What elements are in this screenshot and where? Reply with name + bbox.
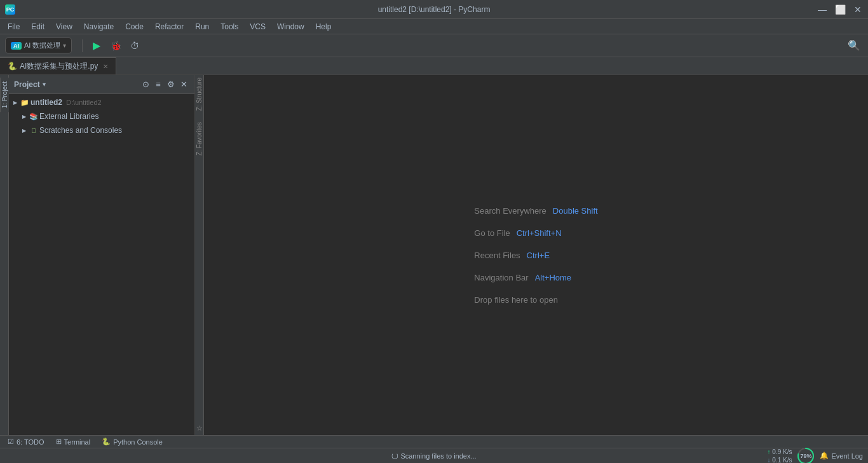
editor-layout: 1: Project Project ▾ ⊙ ≡ ⚙ ✕ (0, 75, 868, 435)
action-label-nav: Navigation Bar (474, 273, 528, 282)
network-down: ↓ 0.1 K/s (768, 456, 792, 464)
main-container: 🐍 AI数据采集与预处理.py ✕ 1: Project Project ▾ ⊙… (0, 57, 868, 463)
scanning-text: Scanning files to index... (400, 452, 476, 460)
ai-button-label: AI 数据处理 (24, 41, 60, 50)
search-everywhere-button[interactable]: 🔍 (845, 37, 863, 55)
tree-label-untitled2: untitled2 (31, 98, 62, 107)
action-search-everywhere: Search Everywhere Double Shift (474, 206, 597, 216)
maximize-button[interactable]: ⬜ (835, 4, 845, 15)
tree-item-untitled2[interactable]: ▶ 📁 untitled2 D:\untitled2 (9, 95, 194, 109)
menu-navigate[interactable]: Navigate (79, 21, 119, 32)
bottom-tab-bar: ☑ 6: TODO ⊞ Terminal 🐍 Python Console (0, 435, 868, 448)
tree-arrow-scratches: ▶ (20, 127, 28, 134)
menu-help[interactable]: Help (311, 21, 337, 32)
menu-run[interactable]: Run (190, 21, 214, 32)
terminal-label: Terminal (64, 438, 91, 446)
shortcut-search: Double Shift (553, 206, 598, 216)
action-navigation-bar: Navigation Bar Alt+Home (474, 273, 571, 282)
toolbar: AI AI 数据处理 ▾ ▶ 🐞 ⏱ 🔍 (0, 34, 868, 57)
scanning-status: Scanning files to index... (391, 452, 476, 460)
left-activity-bar: 1: Project (0, 75, 9, 435)
event-log-button[interactable]: 🔔 Event Log (820, 452, 863, 460)
window-controls: — ⬜ ✕ (817, 4, 863, 15)
cpu-usage-indicator: 79% (797, 447, 815, 464)
todo-tab[interactable]: ☑ 6: TODO (3, 436, 50, 448)
sidebar-dropdown-arrow[interactable]: ▾ (43, 81, 46, 88)
minimize-button[interactable]: — (817, 4, 827, 15)
sidebar-header: Project ▾ ⊙ ≡ ⚙ ✕ (9, 75, 194, 94)
terminal-icon: ⊞ (56, 438, 62, 446)
todo-label: 6: TODO (17, 438, 44, 446)
menu-refactor[interactable]: Refactor (150, 21, 189, 32)
tab-bar: 🐍 AI数据采集与预处理.py ✕ (0, 57, 868, 75)
tab-close-button[interactable]: ✕ (103, 63, 108, 70)
ai-button[interactable]: AI AI 数据处理 ▾ (5, 38, 72, 53)
sidebar: Project ▾ ⊙ ≡ ⚙ ✕ ▶ 📁 untitled2 D:\untit… (9, 75, 195, 435)
menu-file[interactable]: File (3, 21, 25, 32)
menu-view[interactable]: View (51, 21, 78, 32)
terminal-tab[interactable]: ⊞ Terminal (51, 436, 96, 448)
ai-badge: AI (11, 42, 22, 50)
structure-favorites-bar: Z: Structure Z: Favorites ☆ (195, 75, 204, 435)
python-console-icon: 🐍 (102, 438, 111, 446)
scratch-icon: 🗒 (29, 126, 38, 135)
tree-arrow-libs: ▶ (20, 113, 28, 120)
editor-area: Search Everywhere Double Shift Go to Fil… (204, 75, 868, 435)
close-button[interactable]: ✕ (853, 4, 863, 15)
cpu-percent-text: 79% (800, 453, 811, 459)
event-log-icon: 🔔 (820, 452, 829, 460)
action-label-search: Search Everywhere (474, 206, 546, 216)
sidebar-header-icons: ⊙ ≡ ⚙ ✕ (140, 79, 189, 90)
tree-item-external-libs[interactable]: ▶ 📚 External Libraries (9, 109, 194, 123)
tree-label-libs: External Libraries (39, 112, 194, 121)
action-label-recent: Recent Files (474, 251, 520, 260)
menu-vcs[interactable]: VCS (245, 21, 271, 32)
tree-item-scratches[interactable]: ▶ 🗒 Scratches and Consoles (9, 123, 194, 137)
todo-icon: ☑ (8, 438, 14, 446)
bottom-activity-icons: ☆ (196, 424, 203, 432)
menu-edit[interactable]: Edit (26, 21, 50, 32)
action-label-drop: Drop files here to open (474, 295, 558, 305)
toolbar-run-group: ▶ 🐞 ⏱ (88, 37, 144, 55)
favorites-tab[interactable]: Z: Favorites (195, 120, 203, 158)
tree-path-untitled2: D:\untitled2 (66, 99, 102, 106)
event-log-label: Event Log (831, 452, 863, 460)
ai-dropdown-icon: ▾ (63, 42, 66, 49)
locate-in-tree-button[interactable]: ⊙ (140, 79, 151, 90)
toolbar-sep-1 (82, 39, 83, 52)
tab-file-icon: 🐍 (8, 62, 17, 71)
run-button[interactable]: ▶ (88, 37, 105, 55)
settings-button[interactable]: ⚙ (165, 79, 177, 90)
scanning-spinner-icon (391, 453, 398, 459)
bookmarks-icon[interactable]: ☆ (196, 424, 203, 432)
sidebar-title-area: Project ▾ (14, 80, 46, 89)
menu-code[interactable]: Code (120, 21, 149, 32)
lib-icon: 📚 (29, 112, 38, 121)
project-panel-tab[interactable]: 1: Project (0, 78, 9, 112)
profile-button[interactable]: ⏱ (126, 37, 144, 55)
sidebar-title: Project (14, 80, 40, 89)
tab-name: AI数据采集与预处理.py (20, 61, 98, 72)
action-recent-files: Recent Files Ctrl+E (474, 251, 550, 260)
collapse-all-button[interactable]: ≡ (153, 79, 164, 90)
shortcut-recent: Ctrl+E (527, 251, 550, 260)
debug-button[interactable]: 🐞 (107, 37, 125, 55)
structure-tab[interactable]: Z: Structure (195, 75, 203, 113)
hide-sidebar-button[interactable]: ✕ (178, 79, 189, 90)
menu-window[interactable]: Window (272, 21, 309, 32)
action-drop-files: Drop files here to open (474, 295, 558, 305)
network-up: ↑ 0.9 K/s (768, 448, 792, 456)
network-stats: ↑ 0.9 K/s ↓ 0.1 K/s (768, 448, 792, 464)
active-tab[interactable]: 🐍 AI数据采集与预处理.py ✕ (0, 57, 116, 74)
action-go-to-file: Go to File Ctrl+Shift+N (474, 228, 561, 238)
python-console-label: Python Console (113, 438, 163, 446)
status-bar: Scanning files to index... ↑ 0.9 K/s ↓ 0… (0, 448, 868, 463)
python-console-tab[interactable]: 🐍 Python Console (97, 436, 168, 448)
menu-bar: File Edit View Navigate Code Refactor Ru… (0, 19, 868, 34)
welcome-content: Search Everywhere Double Shift Go to Fil… (474, 206, 597, 305)
shortcut-goto: Ctrl+Shift+N (517, 228, 562, 238)
title-bar-left: PC (5, 4, 15, 15)
app-logo: PC (5, 4, 15, 15)
title-bar: PC untitled2 [D:\untitled2] - PyCharm — … (0, 0, 868, 19)
menu-tools[interactable]: Tools (215, 21, 243, 32)
